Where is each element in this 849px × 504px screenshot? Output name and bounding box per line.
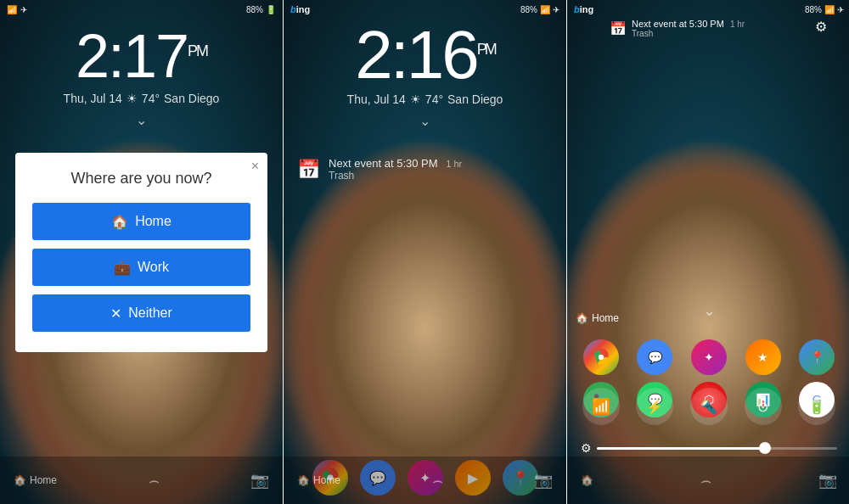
- dialog-close-button[interactable]: ×: [251, 160, 259, 173]
- rewards-icon-3[interactable]: ★: [745, 339, 781, 375]
- home-text-bottom-1: Home: [30, 474, 57, 486]
- home-button[interactable]: 🏠 Home: [32, 203, 250, 240]
- status-bar-3: bing 88% 📶 ✈: [567, 0, 849, 19]
- bottom-swipe-3: ⌢: [700, 471, 711, 490]
- bottom-swipe-1: ⌢: [149, 471, 160, 490]
- wifi-icon-2: 📶: [540, 5, 550, 14]
- chevron-down-1[interactable]: ⌄: [0, 112, 283, 128]
- brightness-thumb-3[interactable]: [759, 442, 771, 454]
- event-text-2: Next event at 5:30 PM 1 hr Trash: [329, 157, 462, 182]
- bing-logo-3: bing: [574, 4, 593, 14]
- chevron-down-2[interactable]: ⌄: [284, 113, 566, 129]
- duo-icon-3[interactable]: 💬: [637, 339, 672, 375]
- sun-icon-2: ☀: [410, 92, 421, 106]
- wifi-qs-3[interactable]: 📶: [582, 388, 620, 425]
- panel-3: bing 88% 📶 ✈ 📅 Next event at 5:30 PM 1 h…: [567, 0, 849, 504]
- status-bar-1: 📶 ✈ 88% 🔋: [0, 0, 283, 19]
- battery-pct-1: 88%: [246, 5, 263, 14]
- wifi-icon-3: 📶: [824, 5, 835, 14]
- settings-icon-3[interactable]: ⚙: [581, 441, 592, 455]
- settings-gear-icon-3[interactable]: ⚙: [815, 19, 827, 35]
- dialog-title: Where are you now?: [32, 170, 250, 188]
- rotate-qs-3[interactable]: ⊙: [745, 388, 782, 425]
- work-icon: 💼: [114, 260, 131, 276]
- airplane-icon-2: ✈: [553, 5, 559, 14]
- bottom-home-1[interactable]: 🏠 Home: [14, 474, 57, 486]
- quick-settings-row-3: 📶 ⚡ 🔦 ⊙ 🔋: [574, 388, 844, 425]
- maps-icon-3[interactable]: 📍: [799, 339, 835, 375]
- status-right-1: 88% 🔋: [246, 5, 276, 14]
- work-label: Work: [138, 260, 169, 275]
- bottom-home-btn-3[interactable]: 🏠: [581, 474, 593, 486]
- event-mini-3: Next event at 5:30 PM 1 hr Trash: [632, 19, 745, 38]
- flashlight-qs-3[interactable]: 🔦: [690, 388, 728, 425]
- calendar-icon-2: 📅: [297, 159, 320, 181]
- home-icon: 🏠: [111, 214, 128, 230]
- status-right-2: 88% 📶 ✈: [520, 5, 559, 14]
- status-bar-2: bing 88% 📶 ✈: [284, 0, 566, 19]
- camera-button-2[interactable]: 📷: [534, 471, 553, 490]
- top-event-3: 📅 Next event at 5:30 PM 1 hr Trash ⚙: [610, 19, 827, 38]
- chevron-3[interactable]: ⌄: [567, 301, 849, 320]
- event-card-2: 📅 Next event at 5:30 PM 1 hr Trash: [297, 157, 566, 504]
- home-icon-bottom-1: 🏠: [14, 474, 26, 486]
- neither-label: Neither: [128, 305, 172, 321]
- brightness-track-3[interactable]: [597, 447, 837, 450]
- home-label: Home: [135, 214, 171, 229]
- event-subtitle-mini-3: Trash: [632, 29, 745, 38]
- event-title-2: Next event at 5:30 PM 1 hr: [329, 157, 462, 170]
- stories-icon-3[interactable]: ✦: [691, 339, 727, 375]
- home-text-bottom-2: Home: [313, 474, 340, 486]
- clock-time-2: 2:16PM: [284, 21, 566, 89]
- battery-icon-1: 🔋: [266, 5, 276, 14]
- camera-button-1[interactable]: 📷: [250, 471, 269, 490]
- location-dialog: × Where are you now? 🏠 Home 💼 Work ✕ Nei…: [15, 153, 267, 352]
- neither-icon: ✕: [110, 305, 121, 322]
- bottom-bar-3: 🏠 ⌢ 📷: [567, 456, 849, 504]
- home-icon-bottom-2: 🏠: [297, 474, 310, 486]
- home-icon-bottom-3: 🏠: [581, 474, 593, 486]
- bottom-bar-1: 🏠 Home ⌢ 📷: [0, 456, 283, 504]
- calendar-mini-icon-3: 📅: [610, 20, 627, 36]
- bottom-swipe-2: ⌢: [432, 471, 443, 490]
- panel-1: 📶 ✈ 88% 🔋 2:17PM Thu, Jul 14 ☀ 74° San D…: [0, 0, 283, 504]
- status-right-3: 88% 📶 ✈: [805, 5, 844, 14]
- event-subtitle-2: Trash: [329, 170, 462, 182]
- airplane-icon-3: ✈: [837, 5, 844, 14]
- clock-area-2: 2:16PM Thu, Jul 14 ☀ 74° San Diego ⌄: [284, 21, 566, 129]
- battery-pct-2: 88%: [520, 5, 537, 14]
- panel-2: bing 88% 📶 ✈ 2:16PM Thu, Jul 14 ☀ 74° Sa…: [284, 0, 566, 504]
- bottom-bar-2: 🏠 Home ⌢ 📷: [284, 456, 566, 504]
- status-left-1: 📶 ✈: [7, 5, 27, 14]
- fish-illustration-3: [567, 0, 849, 504]
- bing-logo-2: bing: [290, 4, 310, 14]
- work-button[interactable]: 💼 Work: [32, 249, 250, 286]
- battery-saver-qs-3[interactable]: 🔋: [798, 388, 835, 425]
- clock-date-1: Thu, Jul 14 ☀ 74° San Diego: [0, 92, 283, 105]
- event-title-mini-3: Next event at 5:30 PM 1 hr: [632, 19, 745, 29]
- sun-icon-1: ☀: [127, 92, 138, 105]
- wifi-icon-1: 📶: [7, 5, 17, 14]
- bottom-home-2[interactable]: 🏠 Home: [297, 474, 340, 486]
- battery-pct-3: 88%: [805, 5, 822, 14]
- airplane-icon-1: ✈: [20, 5, 27, 14]
- clock-area-1: 2:17PM Thu, Jul 14 ☀ 74° San Diego ⌄: [0, 25, 283, 128]
- status-left-3: bing: [574, 4, 593, 14]
- bluetooth-qs-3[interactable]: ⚡: [636, 388, 673, 425]
- neither-button[interactable]: ✕ Neither: [32, 294, 250, 332]
- app-grid-row1-3: 💬 ✦ ★ 📍: [574, 339, 844, 375]
- brightness-fill-3: [597, 447, 765, 450]
- clock-date-2: Thu, Jul 14 ☀ 74° San Diego: [284, 92, 566, 106]
- clock-time-1: 2:17PM: [0, 25, 283, 87]
- brightness-bar-3: ⚙: [577, 441, 841, 455]
- status-left-2: bing: [290, 4, 310, 14]
- camera-button-3[interactable]: 📷: [818, 471, 837, 490]
- svg-point-1: [598, 355, 604, 361]
- chrome-icon-3[interactable]: [583, 339, 619, 375]
